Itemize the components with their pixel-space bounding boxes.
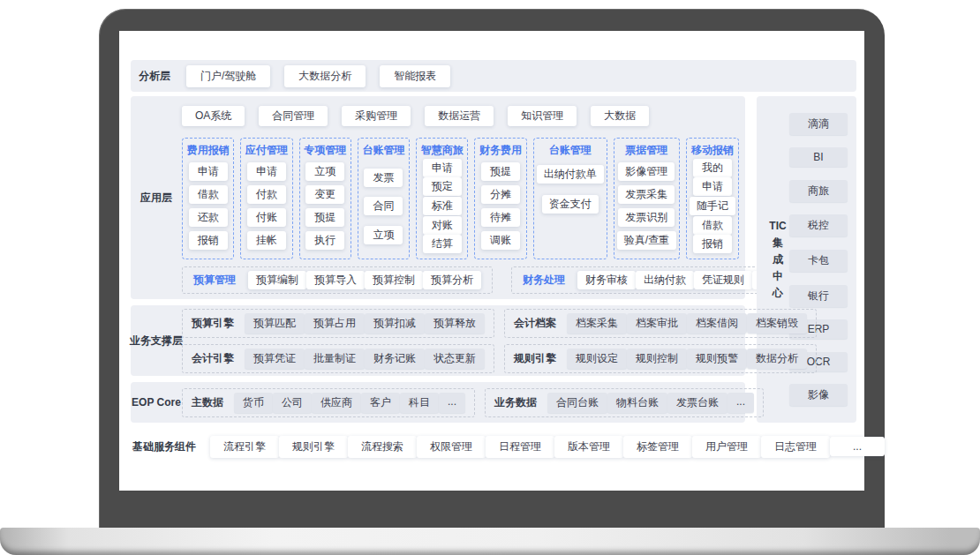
support-item-button[interactable]: 预算匹配 bbox=[245, 313, 305, 334]
base-service-button[interactable]: 版本管理 bbox=[554, 436, 623, 458]
app-group-item-button[interactable]: 预算导入 bbox=[306, 271, 365, 289]
app-column-item-button[interactable]: 对账 bbox=[423, 216, 462, 235]
integration-item-button[interactable]: 滴滴 bbox=[789, 113, 848, 135]
eop-item-button[interactable]: ... bbox=[439, 393, 465, 413]
app-column-item-button[interactable]: 验真/查重 bbox=[617, 231, 676, 250]
support-item-button[interactable]: 预算释放 bbox=[425, 313, 485, 334]
support-group-items: 规则设定规则控制规则预警数据分析 bbox=[567, 349, 807, 369]
app-column-item-button[interactable]: 执行 bbox=[305, 231, 344, 250]
base-service-button[interactable]: 日程管理 bbox=[486, 436, 554, 458]
eop-item-button[interactable]: 科目 bbox=[400, 393, 439, 413]
app-column-item-button[interactable]: 借款 bbox=[693, 216, 732, 235]
eop-item-button[interactable]: 公司 bbox=[273, 393, 312, 413]
app-column-item-button[interactable]: 付款 bbox=[247, 185, 286, 204]
integration-item-button[interactable]: 商旅 bbox=[789, 180, 848, 202]
support-item-button[interactable]: 档案销毁 bbox=[747, 313, 807, 334]
integration-item-button[interactable]: 影像 bbox=[789, 384, 848, 406]
support-item-button[interactable]: 规则预警 bbox=[687, 349, 747, 369]
app-group-item-button[interactable]: 凭证规则 bbox=[694, 271, 752, 289]
base-service-button[interactable]: ... bbox=[830, 437, 885, 456]
integration-item-button[interactable]: BI bbox=[789, 147, 848, 167]
app-column-item-button[interactable]: 分摊 bbox=[481, 185, 520, 204]
eop-item-button[interactable]: 发票台账 bbox=[667, 393, 727, 413]
app-column-title: 票据管理 bbox=[625, 143, 667, 158]
app-column-item-button[interactable]: 立项 bbox=[364, 226, 403, 244]
base-service-button[interactable]: 权限管理 bbox=[417, 436, 486, 458]
app-column-item-button[interactable]: 合同 bbox=[364, 197, 403, 215]
app-column-item-button[interactable]: 标准 bbox=[423, 197, 462, 215]
support-item-button[interactable]: 规则设定 bbox=[567, 349, 627, 369]
app-module-column: 应付管理申请付款付账挂帐 bbox=[240, 138, 292, 259]
app-column-item-button[interactable]: 待摊 bbox=[481, 208, 520, 227]
application-top-modules: OA系统合同管理采购管理数据运营知识管理大数据 bbox=[182, 106, 739, 126]
eop-item-button[interactable]: 合同台账 bbox=[547, 393, 607, 413]
integration-item-button[interactable]: 税控 bbox=[789, 214, 848, 236]
app-column-item-button[interactable]: 借款 bbox=[189, 185, 228, 204]
app-column-item-button[interactable]: 资金支付 bbox=[542, 195, 599, 214]
application-module-button[interactable]: 合同管理 bbox=[259, 106, 328, 126]
support-item-button[interactable]: 预算扣减 bbox=[365, 313, 425, 334]
app-column-item-button[interactable]: 我的 bbox=[693, 159, 732, 177]
base-service-button[interactable]: 用户管理 bbox=[692, 436, 761, 458]
application-module-button[interactable]: 采购管理 bbox=[342, 106, 411, 126]
support-item-button[interactable]: 档案借阅 bbox=[687, 313, 747, 334]
app-column-title: 财务费用 bbox=[479, 143, 522, 158]
application-module-button[interactable]: 知识管理 bbox=[508, 106, 577, 126]
support-item-button[interactable]: 预算凭证 bbox=[245, 349, 305, 369]
eop-item-button[interactable]: ... bbox=[727, 393, 754, 413]
application-module-button[interactable]: 数据运营 bbox=[425, 106, 494, 126]
integration-center: TIC集成中心 滴滴BI商旅税控卡包银行ERPOCR影像 bbox=[757, 96, 856, 423]
support-item-button[interactable]: 状态更新 bbox=[425, 349, 485, 369]
eop-item-button[interactable]: 货币 bbox=[234, 393, 273, 413]
app-column-item-button[interactable]: 申请 bbox=[189, 162, 228, 181]
application-module-button[interactable]: OA系统 bbox=[182, 106, 245, 126]
application-module-button[interactable]: 大数据 bbox=[591, 106, 649, 126]
app-column-item-button[interactable]: 立项 bbox=[305, 162, 344, 181]
app-column-item-button[interactable]: 申请 bbox=[247, 162, 286, 181]
app-column-item-button[interactable]: 发票识别 bbox=[618, 208, 675, 227]
app-column-item-button[interactable]: 挂帐 bbox=[247, 231, 286, 250]
app-column-item-button[interactable]: 预定 bbox=[423, 177, 462, 196]
support-item-button[interactable]: 规则控制 bbox=[627, 349, 687, 369]
analysis-module-button[interactable]: 智能报表 bbox=[380, 65, 450, 87]
app-group-item-button[interactable]: 预算分析 bbox=[423, 271, 481, 289]
app-column-item-button[interactable]: 预提 bbox=[305, 208, 344, 227]
app-column-item-button[interactable]: 出纳付款单 bbox=[537, 165, 604, 184]
app-column-item-button[interactable]: 影像管理 bbox=[618, 162, 675, 181]
app-column-item-button[interactable]: 结算 bbox=[423, 235, 462, 253]
app-column-item-button[interactable]: 还款 bbox=[189, 208, 228, 227]
app-column-item-button[interactable]: 报销 bbox=[189, 231, 228, 250]
integration-item-button[interactable]: 卡包 bbox=[789, 250, 848, 272]
app-column-item-button[interactable]: 预提 bbox=[481, 162, 520, 181]
app-column-item-button[interactable]: 调账 bbox=[481, 231, 520, 250]
app-column-item-button[interactable]: 报销 bbox=[693, 235, 732, 253]
support-item-button[interactable]: 批量制证 bbox=[305, 349, 365, 369]
app-column-item-button[interactable]: 随手记 bbox=[690, 197, 735, 215]
support-item-button[interactable]: 预算占用 bbox=[305, 313, 365, 334]
base-service-button[interactable]: 流程引擎 bbox=[210, 436, 279, 458]
app-column-item-button[interactable]: 付账 bbox=[247, 208, 286, 227]
eop-item-button[interactable]: 物料台账 bbox=[607, 393, 667, 413]
app-column-item-button[interactable]: 申请 bbox=[423, 159, 462, 177]
analysis-module-button[interactable]: 门户/驾驶舱 bbox=[186, 65, 270, 87]
app-group-item-button[interactable]: 预算编制 bbox=[248, 271, 306, 289]
base-service-button[interactable]: 标签管理 bbox=[623, 436, 692, 458]
eop-item-button[interactable]: 客户 bbox=[361, 393, 400, 413]
app-column-item-button[interactable]: 变更 bbox=[305, 185, 344, 204]
base-service-button[interactable]: 日志管理 bbox=[761, 436, 830, 458]
eop-item-button[interactable]: 供应商 bbox=[312, 393, 361, 413]
app-column-item-button[interactable]: 发票 bbox=[364, 169, 403, 187]
analysis-module-button[interactable]: 大数据分析 bbox=[284, 65, 366, 87]
support-item-button[interactable]: 档案采集 bbox=[567, 313, 627, 334]
integration-item-button[interactable]: 银行 bbox=[789, 285, 848, 307]
app-column-item-button[interactable]: 申请 bbox=[693, 177, 732, 196]
app-column-item-button[interactable]: 发票采集 bbox=[618, 185, 675, 204]
support-item-button[interactable]: 数据分析 bbox=[747, 349, 807, 369]
support-item-button[interactable]: 档案审批 bbox=[627, 313, 687, 334]
base-service-button[interactable]: 规则引擎 bbox=[279, 436, 348, 458]
app-group-item-button[interactable]: 预算控制 bbox=[365, 271, 423, 289]
app-group-item-button[interactable]: 财务审核 bbox=[577, 271, 636, 289]
support-item-button[interactable]: 财务记账 bbox=[365, 349, 425, 369]
app-group-item-button[interactable]: 出纳付款 bbox=[636, 271, 694, 289]
base-service-button[interactable]: 流程搜索 bbox=[348, 436, 417, 458]
